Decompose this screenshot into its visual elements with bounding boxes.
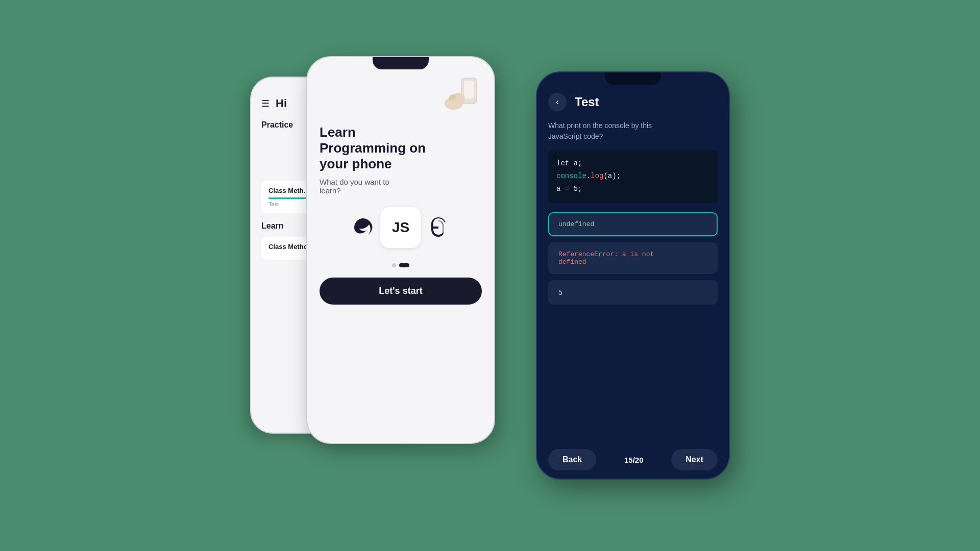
svg-rect-9	[464, 81, 474, 98]
next-button[interactable]: Next	[671, 449, 718, 470]
answer-text-3: 5	[558, 288, 707, 296]
svg-point-11	[436, 221, 438, 223]
phone-group: ☰ Hi Practice Class Meth…	[250, 56, 495, 495]
answer-option-1[interactable]: undefined	[548, 212, 718, 236]
answer-text-1: undefined	[558, 220, 707, 228]
back-button[interactable]: Back	[548, 449, 596, 470]
start-button[interactable]: Let's start	[320, 278, 482, 305]
menu-icon[interactable]: ☰	[261, 98, 270, 109]
progress-indicator: 15/20	[624, 456, 644, 464]
answer-text-2: ReferenceError: a is notdefined	[558, 251, 707, 266]
quiz-phone-notch	[605, 72, 661, 85]
code-block: let a; console.log(a); a = 5;	[548, 150, 718, 203]
language-icons: JS	[320, 207, 482, 248]
js-label: JS	[392, 219, 409, 236]
greeting-text: Hi	[276, 97, 287, 110]
onboard-title: LearnProgramming onyour phone	[320, 124, 482, 172]
chevron-left-icon: ‹	[556, 97, 558, 107]
svg-point-12	[439, 221, 441, 223]
front-phone-notch	[373, 57, 429, 69]
dot-1	[392, 263, 396, 267]
dot-2	[399, 263, 409, 267]
answer-option-2[interactable]: ReferenceError: a is notdefined	[548, 242, 718, 274]
quiz-footer: Back 15/20 Next	[548, 443, 718, 470]
quiz-back-button[interactable]: ‹	[548, 93, 567, 111]
hand-illustration	[320, 76, 482, 120]
python-icon[interactable]	[427, 216, 450, 239]
quiz-header: ‹ Test	[548, 93, 718, 111]
scene: ☰ Hi Practice Class Meth…	[250, 56, 730, 495]
onboard-subtitle: What do you want tolearn?	[320, 178, 482, 195]
phone-quiz: ‹ Test What print on the console by this…	[536, 71, 730, 480]
swift-icon[interactable]	[352, 216, 374, 239]
quiz-question: What print on the console by thisJavaScr…	[548, 120, 718, 142]
page-dots	[320, 263, 482, 267]
js-box[interactable]: JS	[380, 207, 421, 248]
phone-front: LearnProgramming onyour phone What do yo…	[306, 56, 495, 444]
answer-option-3[interactable]: 5	[548, 280, 718, 305]
quiz-title: Test	[575, 95, 599, 109]
